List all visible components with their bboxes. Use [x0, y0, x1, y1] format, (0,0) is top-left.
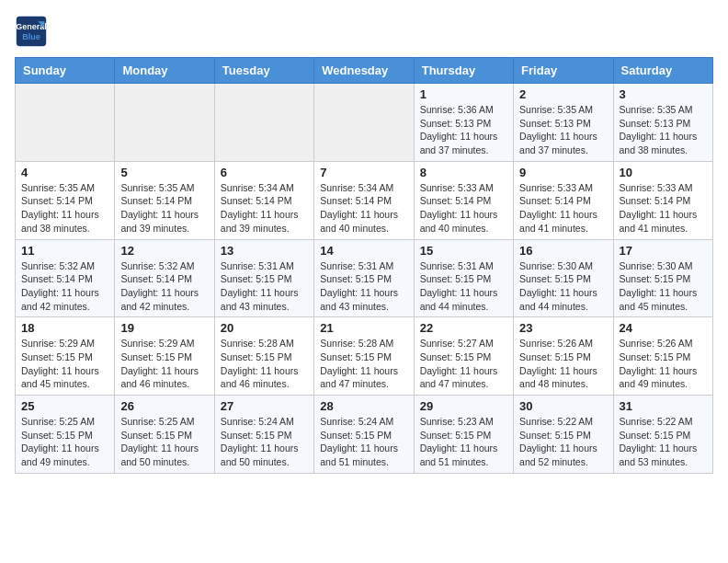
weekday-header-wednesday: Wednesday — [314, 58, 414, 84]
day-info: Sunrise: 5:33 AM Sunset: 5:14 PM Dayligh… — [620, 181, 707, 236]
calendar-cell: 31Sunrise: 5:22 AM Sunset: 5:15 PM Dayli… — [613, 396, 712, 474]
day-info: Sunrise: 5:35 AM Sunset: 5:13 PM Dayligh… — [620, 103, 707, 157]
day-info: Sunrise: 5:25 AM Sunset: 5:15 PM Dayligh… — [120, 415, 208, 469]
day-number: 20 — [221, 321, 308, 335]
calendar-week-row: 4Sunrise: 5:35 AM Sunset: 5:14 PM Daylig… — [16, 161, 713, 239]
day-info: Sunrise: 5:31 AM Sunset: 5:15 PM Dayligh… — [221, 259, 308, 314]
day-number: 16 — [519, 244, 607, 258]
day-info: Sunrise: 5:32 AM Sunset: 5:14 PM Dayligh… — [120, 259, 208, 314]
calendar-cell — [16, 84, 115, 162]
calendar-cell: 27Sunrise: 5:24 AM Sunset: 5:15 PM Dayli… — [214, 396, 313, 474]
calendar-cell: 13Sunrise: 5:31 AM Sunset: 5:15 PM Dayli… — [214, 239, 313, 317]
calendar-cell: 22Sunrise: 5:27 AM Sunset: 5:15 PM Dayli… — [414, 317, 513, 396]
logo-icon: General Blue — [15, 15, 48, 48]
day-number: 21 — [320, 321, 407, 335]
day-info: Sunrise: 5:26 AM Sunset: 5:15 PM Dayligh… — [519, 337, 607, 391]
calendar-cell — [115, 84, 214, 162]
day-number: 13 — [221, 244, 308, 258]
day-number: 14 — [320, 244, 407, 258]
day-info: Sunrise: 5:35 AM Sunset: 5:14 PM Dayligh… — [21, 181, 108, 236]
calendar-cell: 19Sunrise: 5:29 AM Sunset: 5:15 PM Dayli… — [115, 317, 214, 396]
day-number: 6 — [221, 166, 308, 179]
day-info: Sunrise: 5:29 AM Sunset: 5:15 PM Dayligh… — [21, 337, 108, 391]
calendar-cell: 21Sunrise: 5:28 AM Sunset: 5:15 PM Dayli… — [314, 317, 414, 396]
day-info: Sunrise: 5:24 AM Sunset: 5:15 PM Dayligh… — [221, 415, 308, 469]
weekday-header-thursday: Thursday — [414, 58, 513, 84]
day-number: 28 — [320, 399, 407, 413]
weekday-header-saturday: Saturday — [613, 58, 712, 84]
calendar-cell: 12Sunrise: 5:32 AM Sunset: 5:14 PM Dayli… — [115, 239, 214, 317]
day-info: Sunrise: 5:22 AM Sunset: 5:15 PM Dayligh… — [620, 415, 707, 469]
calendar-cell: 16Sunrise: 5:30 AM Sunset: 5:15 PM Dayli… — [514, 239, 613, 317]
calendar-cell: 10Sunrise: 5:33 AM Sunset: 5:14 PM Dayli… — [613, 161, 712, 239]
day-number: 2 — [519, 87, 607, 101]
calendar-cell: 9Sunrise: 5:33 AM Sunset: 5:14 PM Daylig… — [514, 161, 613, 239]
calendar-week-row: 18Sunrise: 5:29 AM Sunset: 5:15 PM Dayli… — [16, 317, 713, 396]
calendar-cell — [214, 84, 313, 162]
day-number: 5 — [120, 166, 208, 179]
calendar-cell: 23Sunrise: 5:26 AM Sunset: 5:15 PM Dayli… — [514, 317, 613, 396]
calendar-cell: 28Sunrise: 5:24 AM Sunset: 5:15 PM Dayli… — [314, 396, 414, 474]
calendar-cell: 17Sunrise: 5:30 AM Sunset: 5:15 PM Dayli… — [613, 239, 712, 317]
calendar-cell: 5Sunrise: 5:35 AM Sunset: 5:14 PM Daylig… — [115, 161, 214, 239]
calendar-week-row: 1Sunrise: 5:36 AM Sunset: 5:13 PM Daylig… — [16, 84, 713, 162]
day-number: 31 — [620, 399, 707, 413]
day-number: 11 — [21, 244, 108, 258]
calendar-cell: 30Sunrise: 5:22 AM Sunset: 5:15 PM Dayli… — [514, 396, 613, 474]
day-number: 29 — [420, 399, 507, 413]
day-info: Sunrise: 5:23 AM Sunset: 5:15 PM Dayligh… — [420, 415, 507, 469]
calendar-week-row: 11Sunrise: 5:32 AM Sunset: 5:14 PM Dayli… — [16, 239, 713, 317]
calendar-cell: 29Sunrise: 5:23 AM Sunset: 5:15 PM Dayli… — [414, 396, 513, 474]
day-number: 26 — [120, 399, 208, 413]
calendar-cell: 15Sunrise: 5:31 AM Sunset: 5:15 PM Dayli… — [414, 239, 513, 317]
day-number: 27 — [221, 399, 308, 413]
day-number: 30 — [519, 399, 607, 413]
weekday-header-friday: Friday — [514, 58, 613, 84]
calendar-cell: 3Sunrise: 5:35 AM Sunset: 5:13 PM Daylig… — [613, 84, 712, 162]
day-number: 4 — [21, 166, 108, 179]
calendar-cell: 1Sunrise: 5:36 AM Sunset: 5:13 PM Daylig… — [414, 84, 513, 162]
day-number: 17 — [620, 244, 707, 258]
calendar-cell: 7Sunrise: 5:34 AM Sunset: 5:14 PM Daylig… — [314, 161, 414, 239]
calendar-cell: 8Sunrise: 5:33 AM Sunset: 5:14 PM Daylig… — [414, 161, 513, 239]
logo: General Blue — [15, 15, 51, 48]
day-info: Sunrise: 5:34 AM Sunset: 5:14 PM Dayligh… — [221, 181, 308, 236]
calendar-cell: 24Sunrise: 5:26 AM Sunset: 5:15 PM Dayli… — [613, 317, 712, 396]
page-header: General Blue — [15, 15, 713, 48]
day-number: 8 — [420, 166, 507, 179]
day-number: 12 — [120, 244, 208, 258]
weekday-header-sunday: Sunday — [16, 58, 115, 84]
day-number: 25 — [21, 399, 108, 413]
calendar-cell: 18Sunrise: 5:29 AM Sunset: 5:15 PM Dayli… — [16, 317, 115, 396]
calendar-cell: 14Sunrise: 5:31 AM Sunset: 5:15 PM Dayli… — [314, 239, 414, 317]
calendar-week-row: 25Sunrise: 5:25 AM Sunset: 5:15 PM Dayli… — [16, 396, 713, 474]
day-number: 15 — [420, 244, 507, 258]
day-number: 24 — [620, 321, 707, 335]
svg-text:Blue: Blue — [22, 32, 40, 41]
calendar-cell: 20Sunrise: 5:28 AM Sunset: 5:15 PM Dayli… — [214, 317, 313, 396]
calendar-cell: 25Sunrise: 5:25 AM Sunset: 5:15 PM Dayli… — [16, 396, 115, 474]
day-number: 7 — [320, 166, 407, 179]
day-number: 10 — [620, 166, 707, 179]
day-info: Sunrise: 5:28 AM Sunset: 5:15 PM Dayligh… — [221, 337, 308, 391]
calendar-cell: 4Sunrise: 5:35 AM Sunset: 5:14 PM Daylig… — [16, 161, 115, 239]
day-number: 1 — [420, 87, 507, 101]
day-info: Sunrise: 5:34 AM Sunset: 5:14 PM Dayligh… — [320, 181, 407, 236]
calendar-cell: 2Sunrise: 5:35 AM Sunset: 5:13 PM Daylig… — [514, 84, 613, 162]
day-number: 22 — [420, 321, 507, 335]
day-info: Sunrise: 5:28 AM Sunset: 5:15 PM Dayligh… — [320, 337, 407, 391]
day-info: Sunrise: 5:33 AM Sunset: 5:14 PM Dayligh… — [420, 181, 507, 236]
day-info: Sunrise: 5:25 AM Sunset: 5:15 PM Dayligh… — [21, 415, 108, 469]
day-info: Sunrise: 5:29 AM Sunset: 5:15 PM Dayligh… — [120, 337, 208, 391]
day-number: 19 — [120, 321, 208, 335]
weekday-header-monday: Monday — [115, 58, 214, 84]
calendar-table: SundayMondayTuesdayWednesdayThursdayFrid… — [15, 57, 713, 474]
calendar-cell: 6Sunrise: 5:34 AM Sunset: 5:14 PM Daylig… — [214, 161, 313, 239]
day-info: Sunrise: 5:36 AM Sunset: 5:13 PM Dayligh… — [420, 103, 507, 157]
day-number: 3 — [620, 87, 707, 101]
weekday-header-tuesday: Tuesday — [214, 58, 313, 84]
day-info: Sunrise: 5:26 AM Sunset: 5:15 PM Dayligh… — [620, 337, 707, 391]
day-info: Sunrise: 5:35 AM Sunset: 5:14 PM Dayligh… — [120, 181, 208, 236]
day-info: Sunrise: 5:31 AM Sunset: 5:15 PM Dayligh… — [320, 259, 407, 314]
calendar-cell — [314, 84, 414, 162]
